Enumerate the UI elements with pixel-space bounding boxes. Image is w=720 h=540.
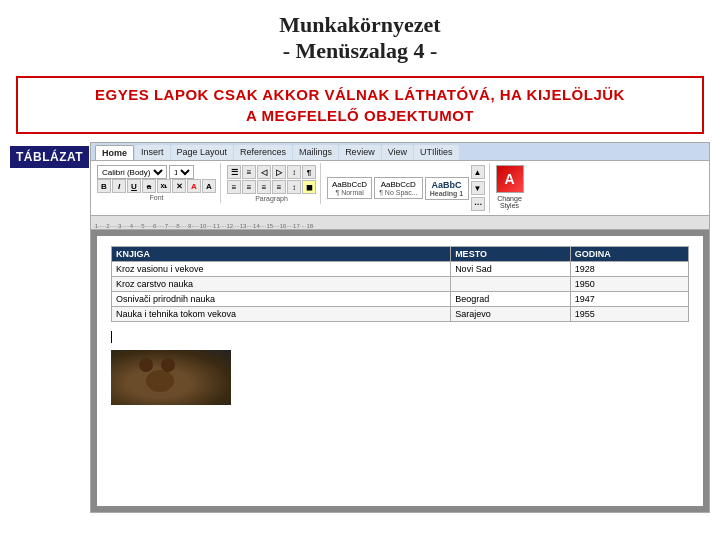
- table-header-row: KNJIGA MESTO GODINA: [112, 247, 689, 262]
- tab-view[interactable]: View: [382, 145, 413, 160]
- font-group-label: Font: [97, 194, 216, 201]
- underline-button[interactable]: U: [127, 179, 141, 193]
- table-cell: [451, 277, 571, 292]
- big-a-button[interactable]: A: [496, 165, 524, 193]
- table-row: Kroz carstvo nauka1950: [112, 277, 689, 292]
- table-cell: Novi Sad: [451, 262, 571, 277]
- table-row: Nauka i tehnika tokom vekovaSarajevo1955: [112, 307, 689, 322]
- table-cell: 1955: [570, 307, 688, 322]
- clear-format-button[interactable]: ✕: [172, 179, 186, 193]
- table-cell: Osnivači prirodnih nauka: [112, 292, 451, 307]
- tab-mailings[interactable]: Mailings: [293, 145, 338, 160]
- font-row1: Calibri (Body) 12: [97, 165, 216, 179]
- style-heading1[interactable]: AaBbC Heading 1: [425, 177, 469, 200]
- align-left-button[interactable]: ≡: [227, 180, 241, 194]
- styles-group: AaBbCcD ¶ Normal AaBbCcD ¶ No Spac... Aa…: [323, 163, 490, 213]
- image-placeholder[interactable]: [111, 350, 231, 405]
- show-para-button[interactable]: ¶: [302, 165, 316, 179]
- highlight-button[interactable]: A: [202, 179, 216, 193]
- document-table: KNJIGA MESTO GODINA Kroz vasionu i vekov…: [111, 246, 689, 322]
- col-header-knjiga: KNJIGA: [112, 247, 451, 262]
- shading-button[interactable]: ◼: [302, 180, 316, 194]
- indent-button[interactable]: ▷: [272, 165, 286, 179]
- bold-button[interactable]: B: [97, 179, 111, 193]
- styles-scroll: ▲ ▼ ⋯: [471, 165, 485, 211]
- ribbon-body: Calibri (Body) 12 B I U a x₁ ✕ A: [91, 160, 709, 215]
- table-cell: 1950: [570, 277, 688, 292]
- main-area: TÁBLÁZAT Home Insert Page Layout Referen…: [10, 142, 710, 513]
- table-cell: Kroz carstvo nauka: [112, 277, 451, 292]
- table-cell: 1947: [570, 292, 688, 307]
- styles-up-button[interactable]: ▲: [471, 165, 485, 179]
- para-row2: ≡ ≡ ≡ ≡ ↕ ◼: [227, 180, 316, 194]
- outdent-button[interactable]: ◁: [257, 165, 271, 179]
- tab-utilities[interactable]: UTIlities: [414, 145, 459, 160]
- label-column: TÁBLÁZAT: [10, 142, 90, 513]
- tab-review[interactable]: Review: [339, 145, 381, 160]
- ribbon: Home Insert Page Layout References Maili…: [91, 143, 709, 216]
- font-size-select[interactable]: 12: [169, 165, 194, 179]
- ribbon-tabs: Home Insert Page Layout References Maili…: [91, 143, 709, 160]
- paragraph-group: ☰ ≡ ◁ ▷ ↕ ¶ ≡ ≡ ≡ ≡ ↕ ◼ P: [223, 163, 321, 204]
- bullets-button[interactable]: ☰: [227, 165, 241, 179]
- font-color-button[interactable]: A: [187, 179, 201, 193]
- editing-group: A ChangeStyles: [492, 163, 528, 211]
- tab-references[interactable]: References: [234, 145, 292, 160]
- table-cell: Kroz vasionu i vekove: [112, 262, 451, 277]
- para-row1: ☰ ≡ ◁ ▷ ↕ ¶: [227, 165, 316, 179]
- numbered-list-button[interactable]: ≡: [242, 165, 256, 179]
- style-normal[interactable]: AaBbCcD ¶ Normal: [327, 177, 372, 199]
- word-panel: Home Insert Page Layout References Maili…: [90, 142, 710, 513]
- paragraph-group-label: Paragraph: [227, 195, 316, 202]
- tab-insert[interactable]: Insert: [135, 145, 170, 160]
- font-row2: B I U a x₁ ✕ A A: [97, 179, 216, 193]
- col-header-godina: GODINA: [570, 247, 688, 262]
- styles-down-button[interactable]: ▼: [471, 181, 485, 195]
- tab-home[interactable]: Home: [95, 145, 134, 160]
- tablazat-label: TÁBLÁZAT: [10, 146, 89, 168]
- font-name-select[interactable]: Calibri (Body): [97, 165, 167, 179]
- col-header-mesto: MESTO: [451, 247, 571, 262]
- table-cell: 1928: [570, 262, 688, 277]
- table-cell: Sarajevo: [451, 307, 571, 322]
- table-cell: Beograd: [451, 292, 571, 307]
- subscript-button[interactable]: x₁: [157, 179, 171, 193]
- sort-button[interactable]: ↕: [287, 165, 301, 179]
- justify-button[interactable]: ≡: [272, 180, 286, 194]
- table-row: Kroz vasionu i vekoveNovi Sad1928: [112, 262, 689, 277]
- document-area: KNJIGA MESTO GODINA Kroz vasionu i vekov…: [91, 230, 709, 512]
- document-page[interactable]: KNJIGA MESTO GODINA Kroz vasionu i vekov…: [97, 236, 703, 506]
- styles-more-button[interactable]: ⋯: [471, 197, 485, 211]
- alert-text: EGYES LAPOK CSAK AKKOR VÁLNAK LÁTHATÓVÁ,…: [28, 84, 692, 126]
- page-title: Munkakörnyezet - Menüszalag 4 -: [0, 0, 720, 72]
- table-row: Osnivači prirodnih naukaBeograd1947: [112, 292, 689, 307]
- cursor-line: [111, 330, 689, 344]
- text-cursor: [111, 331, 112, 343]
- tab-page-layout[interactable]: Page Layout: [171, 145, 234, 160]
- change-styles-button[interactable]: ChangeStyles: [497, 195, 522, 209]
- bear-image: [111, 350, 231, 405]
- font-group: Calibri (Body) 12 B I U a x₁ ✕ A: [95, 163, 221, 203]
- line-spacing-button[interactable]: ↕: [287, 180, 301, 194]
- table-cell: Nauka i tehnika tokom vekova: [112, 307, 451, 322]
- ruler: ·1·····2·····3·····4·····5·····6·····7··…: [91, 216, 709, 230]
- alert-box: EGYES LAPOK CSAK AKKOR VÁLNAK LÁTHATÓVÁ,…: [16, 76, 704, 134]
- align-right-button[interactable]: ≡: [257, 180, 271, 194]
- align-center-button[interactable]: ≡: [242, 180, 256, 194]
- italic-button[interactable]: I: [112, 179, 126, 193]
- strikethrough-button[interactable]: a: [142, 179, 156, 193]
- style-no-spacing[interactable]: AaBbCcD ¶ No Spac...: [374, 177, 422, 199]
